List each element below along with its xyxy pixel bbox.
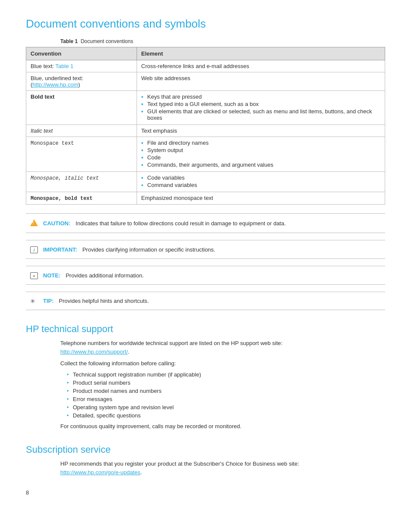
element-list: File and directory names System output C… bbox=[141, 140, 380, 168]
caution-text: Indicates that failure to follow directi… bbox=[76, 220, 286, 227]
hp-support-link[interactable]: http://www.hp.com/support/ bbox=[60, 348, 128, 355]
important-icon: i bbox=[30, 246, 40, 253]
table-header-convention: Convention bbox=[26, 47, 137, 60]
bold-text-label: Bold text bbox=[31, 93, 55, 100]
element-cell: Code variables Command variables bbox=[137, 172, 385, 192]
element-cell: Web site addresses bbox=[137, 72, 385, 91]
caution-notice: CAUTION: Indicates that failure to follo… bbox=[26, 213, 385, 233]
mono-italic-text-label: Monospace, italic text bbox=[31, 175, 99, 181]
convention-cell: Italic text bbox=[26, 125, 137, 137]
important-text: Provides clarifying information or speci… bbox=[82, 246, 215, 253]
important-notice: i IMPORTANT: Provides clarifying informa… bbox=[26, 240, 385, 259]
element-list: Code variables Command variables bbox=[141, 174, 380, 188]
element-list: Keys that are pressed Text typed into a … bbox=[141, 93, 380, 121]
note-label: NOTE: bbox=[43, 272, 60, 279]
important-label: IMPORTANT: bbox=[43, 246, 77, 253]
element-cell: Text emphasis bbox=[137, 125, 385, 137]
subscription-para1-before: HP recommends that you register your pro… bbox=[60, 460, 299, 467]
convention-cell: Monospace text bbox=[26, 137, 137, 172]
hp-support-list: Technical support registration number (i… bbox=[67, 371, 385, 419]
caution-label: CAUTION: bbox=[43, 220, 71, 227]
list-item: File and directory names bbox=[141, 140, 380, 146]
page-number: 8 bbox=[26, 489, 385, 496]
tip-label: TIP: bbox=[43, 298, 54, 304]
tip-text: Provides helpful hints and shortcuts. bbox=[59, 298, 149, 304]
list-item: Error messages bbox=[67, 396, 385, 402]
list-item: System output bbox=[141, 147, 380, 153]
list-item: Technical support registration number (i… bbox=[67, 371, 385, 378]
note-text: Provides additional information. bbox=[65, 272, 143, 279]
convention-cell: Monospace, italic text bbox=[26, 172, 137, 192]
table-row: Blue, underlined text: (http://www.hp.co… bbox=[26, 72, 385, 91]
conventions-table: Convention Element Blue text: Table 1 Cr… bbox=[26, 47, 385, 205]
convention-cell: Blue text: Table 1 bbox=[26, 60, 137, 72]
list-item: Command variables bbox=[141, 182, 380, 188]
element-cell: Emphasized monospace text bbox=[137, 192, 385, 205]
tip-notice: ✳ TIP: Provides helpful hints and shortc… bbox=[26, 292, 385, 310]
list-item: GUI elements that are clicked or selecte… bbox=[141, 108, 380, 121]
caution-icon bbox=[30, 219, 40, 227]
hp-support-paragraph2: Collect the following information before… bbox=[60, 359, 385, 368]
subscription-paragraph1: HP recommends that you register your pro… bbox=[60, 460, 385, 476]
table-row: Italic text Text emphasis bbox=[26, 125, 385, 137]
tip-icon: ✳ bbox=[30, 297, 40, 305]
note-icon: ≡ bbox=[30, 271, 40, 279]
note-notice: ≡ NOTE: Provides additional information. bbox=[26, 266, 385, 285]
mono-text-label: Monospace text bbox=[31, 140, 74, 146]
hp-support-para1-before: Telephone numbers for worldwide technica… bbox=[60, 340, 283, 346]
subscription-para1-after: . bbox=[140, 469, 142, 476]
italic-text-label: Italic text bbox=[31, 128, 53, 134]
subscription-link[interactable]: http://www.hp.com/go/e-updates bbox=[60, 469, 140, 476]
list-item: Code bbox=[141, 154, 380, 161]
hp-support-title: HP technical support bbox=[26, 324, 385, 335]
list-item: Text typed into a GUI element, such as a… bbox=[141, 101, 380, 107]
blue-underline-link[interactable]: http://www.hp.com bbox=[32, 81, 78, 88]
table-row: Monospace, bold text Emphasized monospac… bbox=[26, 192, 385, 205]
hp-support-paragraph3: For continuous quality improvement, call… bbox=[60, 422, 385, 431]
convention-cell: Monospace, bold text bbox=[26, 192, 137, 205]
list-item: Product model names and numbers bbox=[67, 388, 385, 394]
table-row: Monospace text File and directory names … bbox=[26, 137, 385, 172]
convention-cell: Bold text bbox=[26, 91, 137, 125]
table-row: Monospace, italic text Code variables Co… bbox=[26, 172, 385, 192]
element-cell: Keys that are pressed Text typed into a … bbox=[137, 91, 385, 125]
table-caption: Table 1 Document conventions bbox=[60, 38, 385, 44]
list-item: Operating system type and revision level bbox=[67, 404, 385, 411]
list-item: Detailed, specific questions bbox=[67, 412, 385, 419]
list-item: Code variables bbox=[141, 174, 380, 181]
table-header-element: Element bbox=[137, 47, 385, 60]
table-row: Blue text: Table 1 Cross-reference links… bbox=[26, 60, 385, 72]
mono-bold-text-label: Monospace, bold text bbox=[31, 196, 93, 202]
hp-support-paragraph1: Telephone numbers for worldwide technica… bbox=[60, 339, 385, 356]
element-cell: Cross-reference links and e-mail address… bbox=[137, 60, 385, 72]
table-row: Bold text Keys that are pressed Text typ… bbox=[26, 91, 385, 125]
table-caption-label: Table 1 bbox=[60, 38, 78, 44]
list-item: Commands, their arguments, and argument … bbox=[141, 162, 380, 168]
convention-cell: Blue, underlined text: (http://www.hp.co… bbox=[26, 72, 137, 91]
element-cell: File and directory names System output C… bbox=[137, 137, 385, 172]
list-item: Product serial numbers bbox=[67, 380, 385, 386]
list-item: Keys that are pressed bbox=[141, 93, 380, 100]
page-title: Document conventions and symbols bbox=[26, 17, 385, 31]
table-caption-text: Document conventions bbox=[81, 38, 133, 44]
subscription-title: Subscription service bbox=[26, 444, 385, 455]
notices-section: CAUTION: Indicates that failure to follo… bbox=[26, 213, 385, 310]
blue-text-link[interactable]: Table 1 bbox=[56, 63, 74, 69]
hp-support-para1-after: . bbox=[128, 348, 130, 355]
